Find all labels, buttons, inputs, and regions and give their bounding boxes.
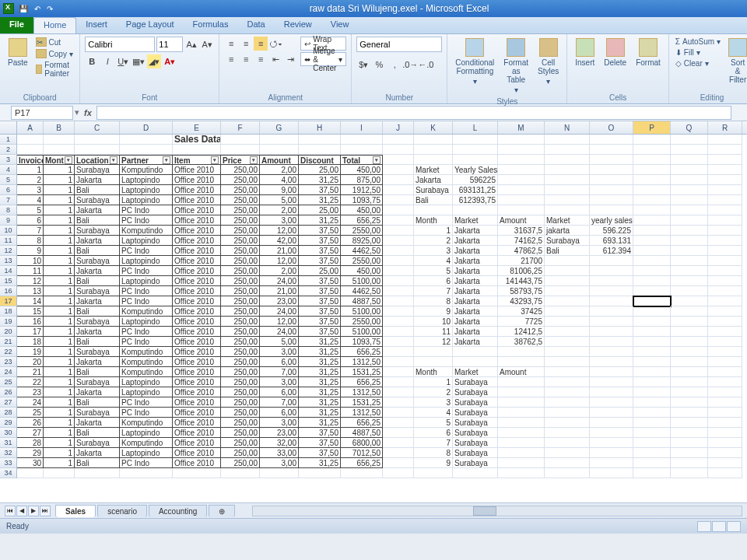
- table-cell[interactable]: 20: [17, 357, 44, 367]
- table-cell[interactable]: 13: [17, 286, 44, 296]
- table-cell[interactable]: Komputindo: [120, 226, 173, 236]
- table-cell[interactable]: Bali: [75, 306, 120, 317]
- table-cell[interactable]: 1: [44, 215, 75, 226]
- table-cell[interactable]: 23,00: [260, 428, 299, 438]
- table-cell[interactable]: 25,00: [299, 165, 341, 175]
- table-cell[interactable]: 875,00: [341, 175, 383, 185]
- column-header-L[interactable]: L: [453, 121, 498, 134]
- table-cell[interactable]: 7,00: [260, 367, 299, 377]
- side-cell[interactable]: 2: [414, 387, 453, 397]
- table-cell[interactable]: 1: [44, 377, 75, 387]
- format-as-table-button[interactable]: Format as Table▾: [500, 37, 531, 96]
- table-cell[interactable]: Bali: [75, 337, 120, 347]
- cell-empty[interactable]: [383, 377, 414, 387]
- row-header[interactable]: 30: [0, 428, 17, 438]
- tab-page-layout[interactable]: Page Layout: [117, 17, 184, 33]
- table-cell[interactable]: 5100,00: [341, 327, 383, 337]
- table-cell[interactable]: 31,25: [299, 347, 341, 357]
- cell-empty[interactable]: [545, 337, 590, 347]
- cell-empty[interactable]: [671, 418, 708, 428]
- cell-empty[interactable]: [590, 175, 633, 185]
- table-cell[interactable]: Office 2010: [173, 387, 221, 397]
- table-cell[interactable]: Jakarta: [75, 327, 120, 337]
- cell-empty[interactable]: [498, 377, 545, 387]
- undo-icon[interactable]: ↶: [33, 5, 42, 13]
- cell-empty[interactable]: [383, 256, 414, 266]
- table-cell[interactable]: 8: [17, 236, 44, 246]
- table-cell[interactable]: Office 2010: [173, 276, 221, 286]
- table-cell[interactable]: Surabaya: [75, 317, 120, 327]
- table-cell[interactable]: Bali: [75, 458, 120, 468]
- cell-empty[interactable]: [708, 205, 742, 215]
- side-cell[interactable]: 5: [414, 266, 453, 276]
- row-header[interactable]: 2: [0, 145, 17, 155]
- table-cell[interactable]: 1: [44, 205, 75, 215]
- cell-empty[interactable]: [708, 367, 742, 377]
- cell-empty[interactable]: [590, 317, 633, 327]
- table-cell[interactable]: Surabaya: [75, 438, 120, 448]
- table-cell[interactable]: 250,00: [221, 306, 260, 317]
- table-cell[interactable]: 4462,50: [341, 246, 383, 256]
- table-cell[interactable]: 5,00: [260, 195, 299, 205]
- decrease-decimal-icon[interactable]: ←.0: [419, 58, 433, 72]
- side-cell[interactable]: 6: [414, 276, 453, 286]
- cell-empty[interactable]: [590, 296, 633, 306]
- table-cell[interactable]: 250,00: [221, 377, 260, 387]
- table-cell[interactable]: Jakarta: [75, 205, 120, 215]
- row-header[interactable]: 4: [0, 165, 17, 175]
- table-cell[interactable]: 31,25: [299, 337, 341, 347]
- cell-empty[interactable]: [341, 135, 383, 145]
- cell-empty[interactable]: [545, 387, 590, 397]
- cell-empty[interactable]: [383, 428, 414, 438]
- column-header-J[interactable]: J: [383, 121, 414, 134]
- cell-empty[interactable]: [671, 337, 708, 347]
- table-cell[interactable]: 3,00: [260, 347, 299, 357]
- table-header[interactable]: Mont▾: [44, 155, 75, 165]
- column-header-P[interactable]: P: [633, 121, 671, 134]
- row-header[interactable]: 5: [0, 175, 17, 185]
- cell-empty[interactable]: [633, 347, 671, 357]
- table-cell[interactable]: 250,00: [221, 195, 260, 205]
- tab-formulas[interactable]: Formulas: [184, 17, 238, 33]
- table-cell[interactable]: Laptopindo: [120, 428, 173, 438]
- cell-empty[interactable]: [414, 155, 453, 165]
- table-cell[interactable]: Bali: [75, 397, 120, 408]
- cell-empty[interactable]: [545, 266, 590, 276]
- table-cell[interactable]: 1: [44, 276, 75, 286]
- cell-empty[interactable]: [671, 438, 708, 448]
- table-cell[interactable]: 37,50: [299, 327, 341, 337]
- sheet-nav-next-icon[interactable]: ▶: [28, 506, 39, 516]
- cell-empty[interactable]: [173, 145, 221, 155]
- side-cell[interactable]: Surabaya: [453, 428, 498, 438]
- row-header[interactable]: 7: [0, 195, 17, 205]
- cell-empty[interactable]: [590, 327, 633, 337]
- table-cell[interactable]: Surabaya: [75, 347, 120, 357]
- table-cell[interactable]: 2550,00: [341, 317, 383, 327]
- table-header[interactable]: Location▾: [75, 155, 120, 165]
- table-cell[interactable]: 21: [17, 367, 44, 377]
- cell-empty[interactable]: [545, 135, 590, 145]
- side-cell[interactable]: 693131,25: [453, 185, 498, 195]
- table-cell[interactable]: 1312,50: [341, 357, 383, 367]
- side-cell[interactable]: Jakarta: [453, 327, 498, 337]
- side-cell[interactable]: Jakarta: [453, 236, 498, 246]
- filter-dropdown-icon[interactable]: ▾: [373, 156, 381, 164]
- side-cell[interactable]: Jakarta: [453, 226, 498, 236]
- tab-data[interactable]: Data: [237, 17, 274, 33]
- side-cell[interactable]: jakarta: [545, 226, 590, 236]
- table-cell[interactable]: PC Indo: [120, 458, 173, 468]
- cell-empty[interactable]: [120, 135, 173, 145]
- cell-empty[interactable]: [453, 205, 498, 215]
- cell-empty[interactable]: [633, 458, 671, 468]
- table-cell[interactable]: 250,00: [221, 418, 260, 428]
- filter-dropdown-icon[interactable]: ▾: [211, 156, 219, 164]
- table-cell[interactable]: 1312,50: [341, 387, 383, 397]
- cell-empty[interactable]: [498, 347, 545, 357]
- cell-empty[interactable]: [708, 226, 742, 236]
- cell-empty[interactable]: [590, 408, 633, 418]
- table-cell[interactable]: Bali: [75, 367, 120, 377]
- sheet-title[interactable]: Sales Data: [173, 135, 221, 145]
- side-cell[interactable]: 612393,75: [453, 195, 498, 205]
- side-cell[interactable]: Jakarta: [453, 266, 498, 276]
- table-cell[interactable]: 250,00: [221, 226, 260, 236]
